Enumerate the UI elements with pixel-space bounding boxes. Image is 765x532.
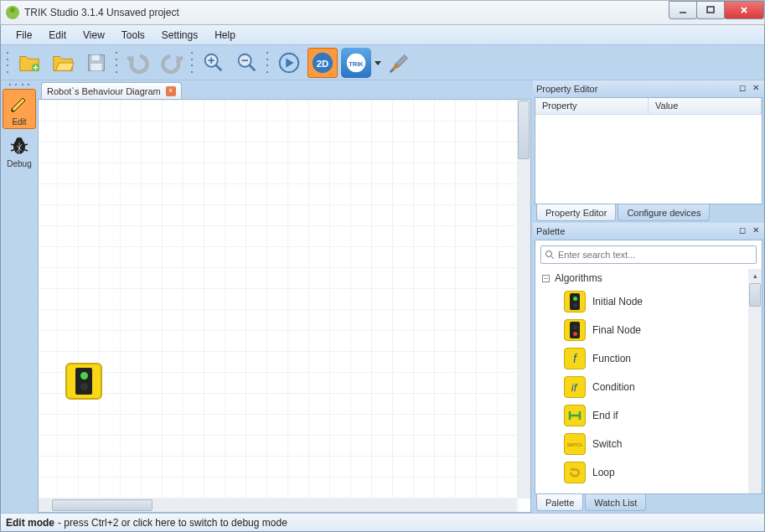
menu-file[interactable]: File [8,27,40,44]
canvas-scrollbar-horizontal[interactable] [39,498,517,512]
redo-button[interactable] [157,48,187,78]
palette-item-initial[interactable]: Initial Node [535,287,762,316]
menu-help[interactable]: Help [206,27,244,44]
zoom-in-button[interactable] [199,48,229,78]
status-hint: - press Ctrl+2 or click here to switch t… [58,517,287,529]
status-bar[interactable]: Edit mode - press Ctrl+2 or click here t… [1,513,764,531]
window-titlebar: TRIK Studio 3.1.4 Unsaved project [0,0,765,25]
watch-list-tab[interactable]: Watch List [585,494,646,511]
palette-item-function[interactable]: fFunction [535,344,762,373]
property-editor-tab[interactable]: Property Editor [536,204,616,221]
endif-icon [564,405,586,426]
document-tab-label: Robot`s Behaviour Diagram [47,86,161,96]
minimize-button[interactable] [669,1,697,19]
canvas-scrollbar-vertical[interactable] [517,100,530,498]
edit-mode-label: Edit [12,117,26,127]
svg-text:SWITCH: SWITCH [567,442,582,447]
panel-close-icon[interactable]: ✕ [751,82,761,92]
app-icon [6,6,19,19]
menu-view[interactable]: View [75,27,113,44]
property-editor-header: Property Editor ◻✕ [533,80,764,97]
menu-bar: File Edit View Tools Settings Help [1,25,764,45]
save-button[interactable] [81,48,111,78]
value-column-header[interactable]: Value [649,98,762,114]
window-title: TRIK Studio 3.1.4 Unsaved project [24,7,179,18]
svg-point-29 [546,251,552,257]
palette-item-label: Initial Node [592,296,643,307]
palette-item-condition[interactable]: ifCondition [535,373,762,401]
palette-item-switch[interactable]: SWITCHSwitch [535,430,762,458]
palette-header: Palette ◻✕ [533,223,764,240]
loop-icon [564,462,586,483]
svg-line-30 [551,256,554,259]
function-icon: f [564,348,586,369]
edit-mode-button[interactable]: Edit [3,89,36,129]
zoom-out-button[interactable] [232,48,262,78]
svg-text:TRIK: TRIK [349,59,364,67]
configure-devices-tab[interactable]: Configure devices [618,204,710,221]
trik-model-button[interactable]: TRIK [341,48,371,78]
menu-edit[interactable]: Edit [40,27,75,44]
svg-text:if: if [571,381,578,394]
palette-category[interactable]: − Algorithms [535,269,762,287]
condition-icon: if [564,376,586,398]
panel-close-icon[interactable]: ✕ [751,225,761,235]
collapse-icon[interactable]: − [542,275,550,282]
svg-rect-6 [91,54,99,60]
palette-tab[interactable]: Palette [536,494,583,511]
palette-scrollbar[interactable]: ▴ [748,269,762,493]
debug-mode-label: Debug [7,159,31,168]
two-d-model-button[interactable]: 2D [308,48,338,78]
palette-search-input[interactable] [558,250,752,260]
palette-title: Palette [536,226,565,236]
svg-line-9 [216,65,222,70]
palette-search[interactable] [540,245,757,264]
play-button[interactable] [274,48,304,78]
status-mode: Edit mode [6,517,54,529]
palette-item-label: Loop [592,467,615,478]
maximize-button[interactable] [696,1,725,19]
robot-settings-button[interactable] [385,48,415,78]
mode-toolbar: Edit Debug [1,80,38,513]
switch-icon: SWITCH [564,433,586,455]
palette-item-endif[interactable]: End if [535,401,762,430]
document-tab[interactable]: Robot`s Behaviour Diagram × [41,82,182,99]
new-project-button[interactable] [14,48,44,78]
pencil-icon [8,92,31,116]
main-toolbar: 2D TRIK [1,45,764,80]
palette-item-label: Function [592,353,631,364]
palette-category-label: Algorithms [555,272,602,284]
property-column-header[interactable]: Property [535,98,649,114]
debug-mode-button[interactable]: Debug [3,131,36,171]
diagram-canvas[interactable] [38,99,531,513]
menu-settings[interactable]: Settings [153,27,206,44]
palette-item-label: Switch [592,438,622,450]
search-icon [545,250,555,260]
palette-item-label: Condition [592,381,635,393]
undo-button[interactable] [123,48,153,78]
close-button[interactable] [724,1,764,19]
palette-item-label: Final Node [592,324,641,336]
initial-icon [564,291,586,312]
menu-tools[interactable]: Tools [113,27,153,44]
svg-text:f: f [573,352,578,365]
open-button[interactable] [48,48,78,78]
svg-text:2D: 2D [317,58,328,68]
svg-rect-7 [90,63,101,70]
property-editor-title: Property Editor [536,84,597,94]
panel-float-icon[interactable]: ◻ [737,225,747,235]
svg-line-13 [250,65,256,70]
initial-node-block[interactable] [65,363,102,400]
svg-rect-1 [707,7,714,13]
palette-item-final[interactable]: Final Node [535,316,762,344]
bug-icon [8,134,31,158]
palette-item-label: End if [592,410,618,421]
model-dropdown[interactable] [373,48,383,78]
close-tab-button[interactable]: × [166,86,176,96]
panel-float-icon[interactable]: ◻ [737,82,747,92]
palette-item-loop[interactable]: Loop [535,458,762,487]
final-icon [564,319,586,341]
